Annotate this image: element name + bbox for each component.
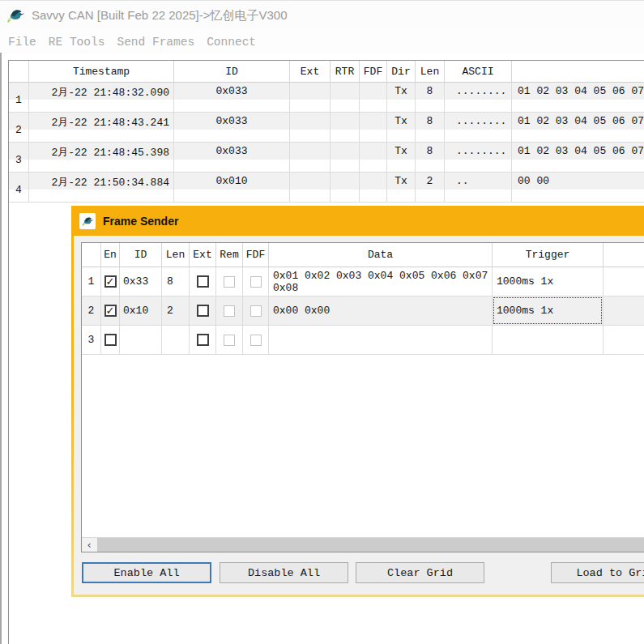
cell-ext[interactable] [290,113,331,143]
cell-rtr[interactable] [331,113,360,143]
cell-rem[interactable] [216,326,243,355]
row-number[interactable]: 1 [82,267,101,296]
ext-checkbox[interactable] [197,334,209,346]
cell-len[interactable] [162,326,190,355]
cell-id[interactable] [120,326,162,355]
cell-id[interactable]: 0x010 [174,173,290,203]
cell-dir[interactable]: Tx [387,83,416,113]
cell-extra[interactable] [603,267,644,296]
rem-checkbox[interactable] [224,305,235,317]
cell-rem[interactable] [216,296,243,326]
ext-checkbox[interactable] [197,305,209,317]
row-number[interactable]: 3 [82,326,101,355]
row-number[interactable]: 2 [82,296,101,326]
cell-extra[interactable] [603,326,644,355]
enable-checkbox[interactable] [104,334,117,346]
cell-id[interactable]: 0x10 [120,296,162,326]
cell-en[interactable]: ✓ [101,296,120,326]
cell-ascii[interactable]: ........ [445,113,512,143]
row-number[interactable]: 1 [9,83,29,113]
cell-data[interactable]: 0x01 0x02 0x03 0x04 0x05 0x06 0x07 0x08 [269,267,493,296]
row-number[interactable]: 4 [9,173,29,203]
cell-fdf[interactable] [243,296,269,326]
cell-en[interactable]: ✓ [101,267,120,296]
cell-ascii[interactable]: ........ [445,143,512,173]
frame-sender-titlebar[interactable]: Frame Sender [71,206,644,236]
cell-fdf[interactable] [360,143,387,173]
col-header-ascii[interactable]: ASCII [445,61,512,83]
cell-ext[interactable] [290,143,331,173]
col-header-id[interactable]: ID [174,61,290,83]
cell-data[interactable]: 01 02 03 04 05 06 07 08 [512,113,644,143]
cell-timestamp[interactable]: 2月-22 21:50:34.884 [29,173,174,203]
cell-id[interactable]: 0x033 [174,143,290,173]
cell-ext[interactable] [190,326,216,355]
cell-ascii[interactable]: ........ [445,83,512,113]
col-header-rem[interactable]: Rem [216,243,243,267]
cell-len[interactable]: 8 [416,113,445,143]
enable-checkbox[interactable]: ✓ [104,305,117,317]
cell-dir[interactable]: Tx [387,113,416,143]
cell-id[interactable]: 0x033 [174,113,290,143]
cell-data[interactable]: 00 00 [512,173,644,203]
cell-fdf[interactable] [360,113,387,143]
cell-timestamp[interactable]: 2月-22 21:48:32.090 [29,83,174,113]
row-number[interactable]: 3 [9,143,29,173]
cell-fdf[interactable] [243,267,269,296]
cell-rtr[interactable] [331,173,360,203]
ext-checkbox[interactable] [197,275,209,288]
col-header-ext[interactable]: Ext [290,61,331,83]
col-header-rtr[interactable]: RTR [331,61,360,83]
cell-len[interactable]: 2 [162,296,190,326]
cell-rtr[interactable] [331,83,360,113]
enable-checkbox[interactable]: ✓ [104,275,117,288]
cell-len[interactable]: 8 [162,267,190,296]
col-header-en[interactable]: En [101,243,120,267]
cell-en[interactable] [101,326,120,355]
menu-re-tools[interactable]: RE Tools [49,36,105,49]
col-header-rownum[interactable] [82,243,101,267]
col-header-rownum[interactable] [9,61,29,83]
col-header-data[interactable] [512,61,644,83]
cell-extra[interactable] [603,296,644,326]
cell-ext[interactable] [290,83,331,113]
col-header-timestamp[interactable]: Timestamp [29,61,174,83]
horizontal-scrollbar[interactable]: ‹ [82,537,644,552]
cell-trigger[interactable] [493,326,603,355]
col-header-fdf[interactable]: FDF [360,61,387,83]
frame-row-2[interactable]: 2 2月-22 21:48:43.241 0x033 Tx 8 ........… [9,113,644,143]
cell-ext[interactable] [190,296,216,326]
col-header-id[interactable]: ID [120,243,162,267]
cell-id[interactable]: 0x33 [120,267,162,296]
col-header-trigger[interactable]: Trigger [493,243,603,267]
cell-trigger[interactable]: 1000ms 1x [493,267,603,296]
load-to-grid-button[interactable]: Load to Grid [551,562,644,583]
col-header-data[interactable]: Data [269,243,493,267]
cell-ext[interactable] [290,173,331,203]
cell-rtr[interactable] [331,143,360,173]
cell-data[interactable]: 01 02 03 04 05 06 07 08 [512,83,644,113]
cell-len[interactable]: 8 [416,83,445,113]
cell-ascii[interactable]: .. [445,173,512,203]
cell-dir[interactable]: Tx [387,143,416,173]
col-header-dir[interactable]: Dir [387,61,416,83]
menu-file[interactable]: File [8,36,36,49]
cell-timestamp[interactable]: 2月-22 21:48:43.241 [29,113,174,143]
cell-len[interactable]: 8 [416,143,445,173]
clear-grid-button[interactable]: Clear Grid [356,562,484,583]
cell-data[interactable] [269,326,493,355]
disable-all-button[interactable]: Disable All [220,562,348,583]
frame-row-3[interactable]: 3 2月-22 21:48:45.398 0x033 Tx 8 ........… [9,143,644,173]
cell-timestamp[interactable]: 2月-22 21:48:45.398 [29,143,174,173]
rem-checkbox[interactable] [224,276,235,288]
cell-rem[interactable] [216,267,243,296]
sender-row-2[interactable]: 2 ✓ 0x10 2 0x00 0x00 1000ms 1x [82,296,644,326]
cell-len[interactable]: 2 [416,173,445,203]
frame-row-4[interactable]: 4 2月-22 21:50:34.884 0x010 Tx 2 .. 00 00 [9,173,644,203]
fdf-checkbox[interactable] [250,305,262,317]
cell-trigger-focused[interactable]: 1000ms 1x [493,296,603,326]
col-header-fdf[interactable]: FDF [243,243,269,267]
cell-dir[interactable]: Tx [387,173,416,203]
cell-fdf[interactable] [360,83,387,113]
menu-connect[interactable]: Connect [207,36,256,49]
